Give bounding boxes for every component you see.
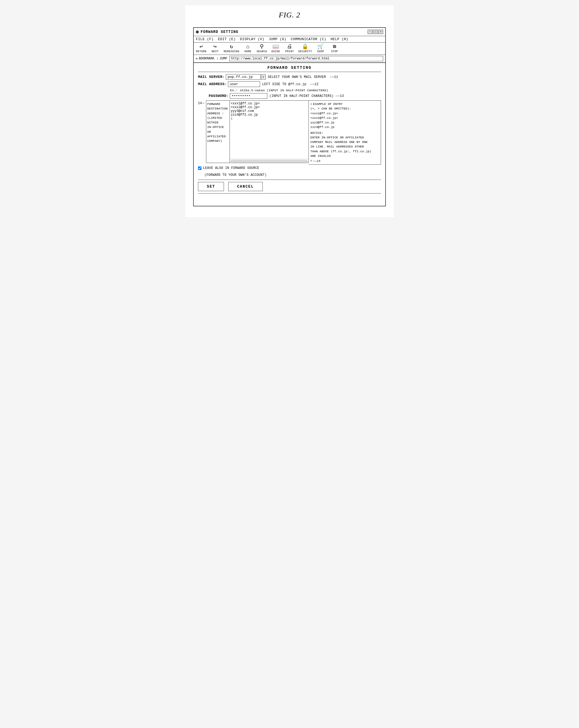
example-header: △ EXAMPLE OF ENTRY xyxy=(310,102,379,106)
menu-help[interactable]: HELP (H) xyxy=(331,37,348,41)
dest-section: 14 — FORWARD DESTINATION ADDRESS : (LIMI… xyxy=(198,100,381,164)
dest-label-line-6: OR xyxy=(207,130,229,134)
notice-line-3: THAN ABOVE (ff.co.jp:, ff2.co.jp) xyxy=(310,149,379,154)
next-icon: ↪ xyxy=(213,44,217,50)
dest-input-col: <xxx1@ff.co.jp> <xxx2@ff.co.jp> yyy3@nif… xyxy=(230,101,309,163)
toolbar-security[interactable]: 🔒 SECURITY xyxy=(298,44,312,53)
dest-label-line-1: DESTINATION xyxy=(207,106,229,111)
menu-edit[interactable]: EDIT (E) xyxy=(218,37,235,41)
dest-textarea[interactable]: <xxx1@ff.co.jp> <xxx2@ff.co.jp> yyy3@nif… xyxy=(230,101,309,159)
url-input[interactable] xyxy=(229,56,383,61)
toolbar-search[interactable]: ⚲ SEARCH xyxy=(257,44,267,53)
dest-label-line-0: FORWARD xyxy=(207,102,229,106)
dest-label-line-8: COMPANY) xyxy=(207,139,229,143)
set-button[interactable]: SET xyxy=(198,182,224,191)
title-bar-left: ⊛ FORWARD SETTING xyxy=(196,29,238,35)
v-scroll-down-arrow[interactable]: ▽ xyxy=(310,159,312,163)
address-bar: ⊳ BOOKMARK ↕ JUMP xyxy=(194,55,385,63)
rereading-icon: ↻ xyxy=(230,44,233,50)
minimize-button[interactable]: − xyxy=(368,30,372,34)
toolbar-shop-label: SHOP xyxy=(317,50,324,53)
example-entry-1: <xxx2@ff.co.jp> xyxy=(310,115,379,120)
mail-address-row: MAIL ADDRESS: LEFT SIDE TO @ff.co.jp ←—1… xyxy=(198,81,381,87)
toolbar-rereading-label: REREADING xyxy=(224,50,239,53)
h-scroll-left-arrow[interactable]: ◁ xyxy=(230,159,233,163)
dest-label-line-7: AFFILIATED xyxy=(207,134,229,139)
menu-display[interactable]: DISPLAY (V) xyxy=(240,37,264,41)
bottom-spacer xyxy=(194,198,385,206)
leave-also-label: LEAVE ALSO IN FORWARD SOURCE xyxy=(203,166,259,170)
toolbar: ↩ RETURN ↪ NEXT ↻ REREADING ⌂ HOME ⚲ SEA… xyxy=(194,43,385,55)
mail-address-example: EX.: shiba.h-nakao (INPUT IN HALF-POINT … xyxy=(230,88,381,92)
guide-icon: 📖 xyxy=(272,44,279,50)
label-14: 14 — xyxy=(198,100,204,164)
bookmark-label: BOOKMARK xyxy=(199,57,214,60)
jump-label: JUMP xyxy=(219,57,227,60)
mail-address-note: LEFT SIDE TO @ff.co.jp ←—12 xyxy=(262,82,319,86)
dest-right-content: △ EXAMPLE OF ENTRY (<, > CAN BE OMITTED)… xyxy=(309,101,381,164)
toolbar-shop[interactable]: 🛒 SHOP xyxy=(315,44,326,53)
notice-line-1: COMPANY MAIL ADDRESS ONE BY ONE xyxy=(310,140,379,144)
v-scroll-up-arrow[interactable]: △ xyxy=(310,102,312,106)
leave-also-checkbox[interactable] xyxy=(198,166,202,170)
toolbar-return[interactable]: ↩ RETURN xyxy=(196,44,207,53)
toolbar-print[interactable]: 🖨 PRINT xyxy=(284,44,295,53)
figure-title: FIG. 2 xyxy=(193,11,386,19)
toolbar-guide-label: GUIDE xyxy=(271,50,280,53)
h-scroll-track[interactable] xyxy=(233,160,306,162)
title-bar-controls: − □ × xyxy=(368,30,383,34)
toolbar-print-label: PRINT xyxy=(285,50,294,53)
toolbar-next-label: NEXT xyxy=(212,50,218,53)
mail-server-dropdown[interactable]: ▽ xyxy=(261,74,266,79)
title-bar: ⊛ FORWARD SETTING − □ × xyxy=(194,28,385,36)
toolbar-home-label: HOME xyxy=(244,50,252,53)
toolbar-home[interactable]: ⌂ HOME xyxy=(243,44,254,53)
toolbar-rereading[interactable]: ↻ REREADING xyxy=(224,44,239,53)
mail-server-input[interactable] xyxy=(226,74,261,80)
mail-address-label: MAIL ADDRESS: xyxy=(198,82,227,86)
toolbar-next[interactable]: ↪ NEXT xyxy=(210,44,220,53)
cancel-button[interactable]: CANCEL xyxy=(228,182,262,191)
maximize-button[interactable]: □ xyxy=(373,30,378,34)
window-title: FORWARD SETTING xyxy=(201,30,238,34)
close-button[interactable]: × xyxy=(378,30,383,34)
dest-label-line-2: ADDRESS : xyxy=(207,111,229,115)
leave-also-sublabel: (FORWARD TO YOUR OWN'S ACCOUNT) xyxy=(204,173,381,177)
menu-communicator[interactable]: COMMUNICATOR (C) xyxy=(291,37,326,41)
toolbar-stop[interactable]: ⊠ STOP xyxy=(330,44,340,53)
jump-icon: ↕ xyxy=(216,57,218,60)
example-title: EXAMPLE OF ENTRY xyxy=(313,102,342,106)
notice-line-0: ENTER IN-OFFICE OR AFFILIATED xyxy=(310,135,379,140)
notice-title: NOTICE: xyxy=(310,131,379,135)
example-entry-3: zzz4@ff.co.jp xyxy=(310,125,379,129)
bookmark-icon: ⊳ xyxy=(196,57,198,61)
dest-label-line-4: WITHIN xyxy=(207,120,229,125)
stop-icon: ⊠ xyxy=(333,44,336,50)
example-subtitle: (<, > CAN BE OMITTED): xyxy=(310,106,379,111)
print-icon: 🖨 xyxy=(287,44,292,50)
leave-also-row: LEAVE ALSO IN FORWARD SOURCE xyxy=(198,166,381,170)
toolbar-guide[interactable]: 📖 GUIDE xyxy=(270,44,281,53)
button-row: SET CANCEL xyxy=(198,180,381,193)
password-row: PASSWORD: (INPUT IN HALF-POINT CHARACTER… xyxy=(198,93,381,99)
security-icon: 🔒 xyxy=(302,44,309,50)
mail-server-note: SELECT YOUR OWN'S MAIL SERVER ←—11 xyxy=(268,75,338,79)
h-scroll-right-arrow[interactable]: ▷ xyxy=(306,159,309,163)
mail-address-input[interactable] xyxy=(228,81,260,87)
dest-label-block: FORWARD DESTINATION ADDRESS : (LIMITED W… xyxy=(206,101,230,163)
notice-ref-row: ▽ ←—15 xyxy=(310,159,379,163)
dest-right-panel: △ EXAMPLE OF ENTRY (<, > CAN BE OMITTED)… xyxy=(309,100,381,164)
bookmark-area: ⊳ BOOKMARK ↕ JUMP xyxy=(196,57,227,61)
menu-file[interactable]: FILE (F) xyxy=(196,37,213,41)
password-input[interactable] xyxy=(230,93,267,99)
notice-ref: ←—15 xyxy=(313,159,320,163)
menu-jump[interactable]: JUMP (G) xyxy=(269,37,286,41)
password-label: PASSWORD: xyxy=(209,94,229,98)
return-icon: ↩ xyxy=(200,44,203,50)
h-scrollbar: ◁ ▷ xyxy=(230,159,309,163)
shop-icon: 🛒 xyxy=(317,44,324,50)
forward-setting-icon: ⊛ xyxy=(196,29,199,35)
toolbar-stop-label: STOP xyxy=(331,50,338,53)
dest-label-line-5: IN-OFFICE xyxy=(207,125,229,129)
browser-window: ⊛ FORWARD SETTING − □ × FILE (F) EDIT (E… xyxy=(193,27,386,206)
